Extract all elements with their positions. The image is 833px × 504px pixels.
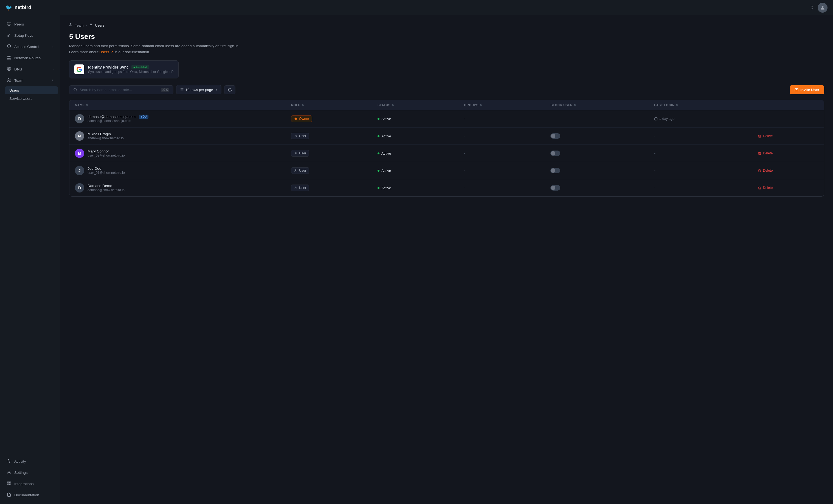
setup-keys-label: Setup Keys	[14, 33, 53, 37]
invite-user-button[interactable]: Invite User	[790, 85, 824, 94]
avatar-5: D	[75, 183, 84, 193]
idp-card[interactable]: Identity Provider Sync ●Enabled Sync use…	[69, 60, 178, 78]
access-control-label: Access Control	[14, 45, 50, 49]
avatar-4: J	[75, 166, 84, 175]
user-role-badge-3: User	[291, 150, 309, 157]
status-cell-5: Active	[378, 186, 464, 190]
delete-button-4[interactable]: Delete	[758, 169, 772, 173]
svg-point-10	[70, 24, 71, 25]
block-cell-5[interactable]	[550, 185, 654, 191]
sidebar-item-setup-keys[interactable]: Setup Keys	[2, 30, 58, 41]
svg-rect-9	[7, 484, 9, 485]
rows-icon: ☰	[180, 87, 184, 92]
sidebar-item-service-users[interactable]: Service Users	[5, 95, 58, 103]
logo-text: netbird	[15, 5, 31, 10]
toggle-knob-2	[551, 134, 555, 138]
col-role[interactable]: ROLE ⇅	[291, 103, 378, 107]
breadcrumb-team[interactable]: Team	[75, 23, 84, 27]
delete-button-5[interactable]: Delete	[758, 186, 772, 190]
rows-per-page-select[interactable]: ☰ 10 rows per page ▾	[176, 85, 221, 94]
refresh-button[interactable]	[224, 85, 235, 94]
col-status[interactable]: STATUS ⇅	[378, 103, 464, 107]
sidebar-item-access-control[interactable]: Access Control ›	[2, 42, 58, 52]
svg-point-17	[295, 170, 296, 171]
user-cell-5: D Damaso Demo damaso@show.netbird.io	[75, 183, 291, 193]
breadcrumb: Team › Users	[69, 23, 824, 27]
svg-rect-6	[7, 482, 9, 483]
user-email-2: andrew@show.netbird.io	[88, 136, 124, 140]
user-email-1: damaso@damasosanoja.com	[88, 119, 148, 123]
col-block-user[interactable]: BLOCK USER ⇅	[550, 103, 654, 107]
delete-button-3[interactable]: Delete	[758, 151, 772, 155]
status-dot-5	[378, 187, 379, 189]
status-cell-2: Active	[378, 134, 464, 138]
sort-groups-icon: ⇅	[480, 104, 482, 107]
user-info-5: Damaso Demo damaso@show.netbird.io	[88, 184, 124, 192]
invite-btn-label: Invite User	[800, 88, 819, 92]
user-info-2: Mikhail Bragin andrew@show.netbird.io	[88, 132, 124, 140]
topnav-right: ☽	[809, 3, 828, 12]
breadcrumb-users-icon	[89, 23, 93, 27]
network-routes-label: Network Routes	[14, 56, 53, 60]
block-toggle-4[interactable]	[550, 168, 560, 173]
delete-button-2[interactable]: Delete	[758, 134, 772, 138]
status-cell-4: Active	[378, 169, 464, 173]
block-cell-2[interactable]	[550, 133, 654, 139]
page-description: Manage users and their permissions. Same…	[69, 43, 824, 55]
sidebar-item-dns[interactable]: DNS ›	[2, 64, 58, 75]
block-cell-4[interactable]	[550, 168, 654, 173]
peers-icon	[6, 22, 11, 27]
block-toggle-3[interactable]	[550, 151, 560, 156]
logo[interactable]: 🐦 netbird	[5, 4, 31, 11]
role-cell-5: User	[291, 184, 378, 191]
col-name[interactable]: NAME ⇅	[75, 103, 291, 107]
sidebar-item-integrations[interactable]: Integrations	[2, 479, 58, 489]
sidebar-item-team[interactable]: Team ∧	[2, 75, 58, 86]
moon-icon[interactable]: ☽	[809, 5, 813, 11]
user-name-2: Mikhail Bragin	[88, 132, 124, 136]
block-toggle-2[interactable]	[550, 133, 560, 139]
setup-keys-icon	[6, 33, 11, 38]
integrations-label: Integrations	[14, 482, 53, 486]
sidebar-item-settings[interactable]: Settings	[2, 467, 58, 478]
groups-cell-1: -	[464, 117, 550, 121]
settings-icon	[6, 470, 11, 475]
users-label: Users	[9, 88, 53, 93]
sidebar-item-network-routes[interactable]: Network Routes	[2, 53, 58, 64]
sidebar-item-users[interactable]: Users	[5, 86, 58, 94]
idp-subtitle: Sync users and groups from Okta, Microso…	[88, 70, 173, 74]
block-toggle-5[interactable]	[550, 185, 560, 191]
last-login-5: -	[654, 186, 758, 190]
role-cell-3: User	[291, 150, 378, 157]
user-role-badge-4: User	[291, 167, 309, 174]
svg-point-0	[822, 6, 824, 8]
sidebar-item-documentation[interactable]: Documentation	[2, 490, 58, 500]
user-cell-1: D damaso@damasosanoja.com YOU damaso@dam…	[75, 114, 291, 123]
actions-cell-3: Delete	[758, 151, 818, 155]
rows-chevron-icon: ▾	[216, 88, 217, 92]
sidebar-item-activity[interactable]: Activity	[2, 456, 58, 467]
col-groups[interactable]: GROUPS ⇅	[464, 103, 550, 107]
rows-label: 10 rows per page	[186, 88, 213, 92]
svg-point-4	[8, 78, 9, 80]
access-control-icon	[6, 44, 11, 49]
sort-status-icon: ⇅	[391, 104, 394, 107]
topnav: 🐦 netbird ☽	[0, 0, 833, 15]
team-icon	[6, 78, 11, 83]
status-dot-4	[378, 170, 379, 172]
actions-cell-4: Delete	[758, 169, 818, 173]
team-chevron: ∧	[51, 79, 53, 82]
sidebar: Peers Setup Keys Access Control › Networ…	[0, 15, 61, 504]
user-info-4: Joe Doe user_01@show.netbird.io	[88, 167, 125, 175]
sort-role-icon: ⇅	[302, 104, 304, 107]
users-docs-link[interactable]: Users ↗	[99, 50, 113, 54]
sidebar-item-peers[interactable]: Peers	[2, 19, 58, 30]
col-last-login[interactable]: LAST LOGIN ⇅	[654, 103, 758, 107]
activity-icon	[6, 459, 11, 464]
search-kbd: ⌘ K	[161, 88, 169, 92]
search-input[interactable]	[79, 88, 159, 92]
block-cell-3[interactable]	[550, 151, 654, 156]
user-cell-2: M Mikhail Bragin andrew@show.netbird.io	[75, 131, 291, 141]
avatar[interactable]	[818, 3, 828, 12]
settings-label: Settings	[14, 471, 53, 475]
